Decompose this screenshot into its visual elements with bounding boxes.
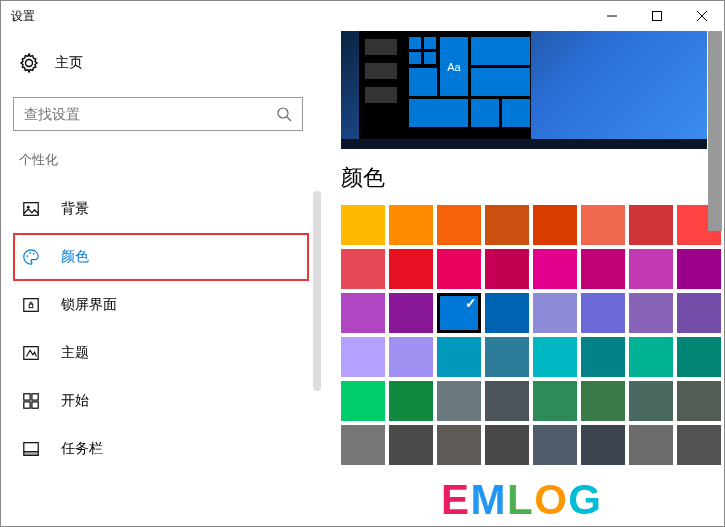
color-swatch[interactable] bbox=[533, 381, 577, 421]
search-icon bbox=[276, 106, 292, 122]
svg-rect-15 bbox=[32, 394, 38, 400]
color-swatch[interactable] bbox=[341, 425, 385, 465]
picture-icon bbox=[21, 199, 41, 219]
nav-label: 开始 bbox=[61, 392, 89, 410]
color-swatch[interactable] bbox=[581, 249, 625, 289]
svg-rect-12 bbox=[29, 304, 33, 308]
search-input[interactable] bbox=[24, 106, 276, 122]
nav-item-start[interactable]: 开始 bbox=[13, 377, 309, 425]
section-title: 颜色 bbox=[341, 163, 724, 193]
maximize-button[interactable] bbox=[634, 1, 679, 31]
window-controls bbox=[589, 1, 724, 31]
color-swatch[interactable] bbox=[677, 425, 721, 465]
close-button[interactable] bbox=[679, 1, 724, 31]
color-swatch[interactable] bbox=[389, 249, 433, 289]
taskbar-icon bbox=[21, 439, 41, 459]
nav-label: 背景 bbox=[61, 200, 89, 218]
preview-aa-tile: Aa bbox=[440, 37, 468, 96]
color-swatch[interactable] bbox=[341, 205, 385, 245]
titlebar: 设置 bbox=[1, 1, 724, 31]
nav-item-picture[interactable]: 背景 bbox=[13, 185, 309, 233]
sidebar-scrollbar[interactable] bbox=[313, 191, 321, 391]
svg-point-9 bbox=[29, 252, 31, 254]
color-swatch[interactable] bbox=[533, 293, 577, 333]
svg-point-4 bbox=[278, 108, 288, 118]
color-swatch[interactable] bbox=[485, 425, 529, 465]
svg-point-8 bbox=[27, 255, 29, 257]
color-swatch[interactable] bbox=[437, 249, 481, 289]
color-swatch[interactable] bbox=[389, 337, 433, 377]
main-panel: Aa 颜色 bbox=[321, 31, 724, 526]
svg-rect-16 bbox=[24, 402, 30, 408]
preview-start-menu: Aa bbox=[359, 31, 531, 139]
color-swatch[interactable] bbox=[389, 293, 433, 333]
svg-point-7 bbox=[27, 206, 30, 209]
color-swatch[interactable] bbox=[629, 425, 673, 465]
color-swatch[interactable] bbox=[533, 337, 577, 377]
svg-rect-6 bbox=[24, 203, 38, 216]
color-swatch[interactable] bbox=[341, 293, 385, 333]
color-swatch[interactable] bbox=[581, 337, 625, 377]
nav-label: 颜色 bbox=[61, 248, 89, 266]
theme-icon bbox=[21, 343, 41, 363]
color-swatch[interactable] bbox=[341, 337, 385, 377]
nav-label: 主题 bbox=[61, 344, 89, 362]
content: 主页 个性化 背景颜色锁屏界面主题开始任务栏 Aa bbox=[1, 31, 724, 526]
color-swatch[interactable] bbox=[629, 381, 673, 421]
nav-item-theme[interactable]: 主题 bbox=[13, 329, 309, 377]
color-swatch[interactable] bbox=[485, 381, 529, 421]
svg-rect-14 bbox=[24, 394, 30, 400]
color-swatch[interactable] bbox=[437, 205, 481, 245]
color-swatch[interactable] bbox=[485, 337, 529, 377]
minimize-button[interactable] bbox=[589, 1, 634, 31]
color-swatch[interactable] bbox=[629, 293, 673, 333]
color-swatch[interactable] bbox=[677, 249, 721, 289]
gear-icon bbox=[19, 53, 39, 73]
sidebar: 主页 个性化 背景颜色锁屏界面主题开始任务栏 bbox=[1, 31, 321, 526]
color-swatch[interactable] bbox=[533, 205, 577, 245]
svg-rect-1 bbox=[652, 12, 661, 21]
palette-icon bbox=[21, 247, 41, 267]
home-link[interactable]: 主页 bbox=[13, 41, 309, 85]
color-swatch[interactable] bbox=[581, 205, 625, 245]
color-swatch[interactable] bbox=[533, 249, 577, 289]
color-swatch[interactable] bbox=[533, 425, 577, 465]
color-swatch[interactable] bbox=[341, 249, 385, 289]
color-swatch[interactable] bbox=[581, 425, 625, 465]
start-icon bbox=[21, 391, 41, 411]
color-swatch[interactable] bbox=[485, 293, 529, 333]
color-swatch[interactable] bbox=[677, 337, 721, 377]
color-swatch[interactable] bbox=[437, 337, 481, 377]
color-swatch[interactable] bbox=[629, 205, 673, 245]
color-swatch[interactable] bbox=[437, 293, 481, 333]
window-title: 设置 bbox=[11, 8, 589, 25]
nav-item-palette[interactable]: 颜色 bbox=[13, 233, 309, 281]
color-swatch[interactable] bbox=[437, 381, 481, 421]
color-swatch[interactable] bbox=[629, 337, 673, 377]
color-swatch[interactable] bbox=[581, 293, 625, 333]
lockscreen-icon bbox=[21, 295, 41, 315]
search-box[interactable] bbox=[13, 97, 303, 131]
nav-label: 任务栏 bbox=[61, 440, 103, 458]
svg-rect-17 bbox=[32, 402, 38, 408]
color-swatch[interactable] bbox=[389, 381, 433, 421]
color-swatch[interactable] bbox=[677, 293, 721, 333]
svg-line-5 bbox=[287, 117, 291, 121]
svg-rect-11 bbox=[24, 299, 38, 312]
color-grid bbox=[341, 205, 721, 465]
color-swatch[interactable] bbox=[389, 425, 433, 465]
color-swatch[interactable] bbox=[581, 381, 625, 421]
nav-label: 锁屏界面 bbox=[61, 296, 117, 314]
color-preview: Aa bbox=[341, 31, 707, 149]
nav-item-taskbar[interactable]: 任务栏 bbox=[13, 425, 309, 473]
nav-item-lockscreen[interactable]: 锁屏界面 bbox=[13, 281, 309, 329]
color-swatch[interactable] bbox=[485, 249, 529, 289]
color-swatch[interactable] bbox=[437, 425, 481, 465]
home-label: 主页 bbox=[55, 54, 83, 72]
color-swatch[interactable] bbox=[677, 381, 721, 421]
color-swatch[interactable] bbox=[389, 205, 433, 245]
color-swatch[interactable] bbox=[485, 205, 529, 245]
main-scrollbar[interactable] bbox=[708, 31, 722, 231]
color-swatch[interactable] bbox=[341, 381, 385, 421]
color-swatch[interactable] bbox=[629, 249, 673, 289]
